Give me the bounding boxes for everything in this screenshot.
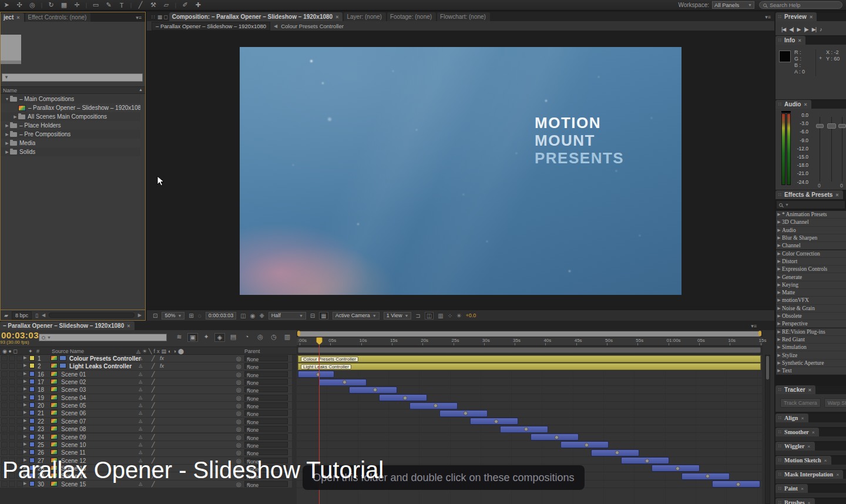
- layer-name[interactable]: Scene 08: [61, 426, 86, 432]
- av-switch[interactable]: [1, 442, 8, 448]
- tab-preview[interactable]: ∷Preview×: [776, 12, 817, 21]
- layer-name[interactable]: Scene 05: [61, 402, 86, 409]
- keyframe-marker[interactable]: [494, 419, 498, 424]
- effects-category[interactable]: ▶Keying: [776, 281, 846, 289]
- project-item[interactable]: ▶– Pre Compositions: [1, 130, 140, 139]
- quality-switch-icon[interactable]: ╱: [152, 387, 155, 392]
- av-switch[interactable]: [9, 402, 15, 408]
- shape-tool-icon[interactable]: ▭: [89, 1, 102, 9]
- tab-timeline-comp[interactable]: – Parallax Opener – Slideshow – 1920x108…: [0, 321, 135, 330]
- breadcrumb-back-icon[interactable]: ◀: [274, 23, 277, 29]
- twirl-icon[interactable]: ▼: [4, 97, 10, 101]
- twirl-icon[interactable]: ▶: [776, 236, 782, 240]
- collapse-switch-icon[interactable]: ◬: [139, 434, 142, 439]
- close-icon[interactable]: ×: [808, 500, 811, 504]
- pixel-aspect-icon[interactable]: ⊐: [415, 313, 420, 319]
- keyframe-marker[interactable]: [645, 459, 649, 463]
- av-switch[interactable]: [1, 426, 8, 432]
- panel-menu-icon[interactable]: ▾≡: [751, 323, 757, 329]
- av-switch[interactable]: [16, 449, 23, 455]
- av-switch[interactable]: [16, 418, 23, 424]
- layer-row[interactable]: ▶19Scene 04◬╱◎None▼: [0, 394, 292, 402]
- last-frame-button[interactable]: ▶|: [812, 26, 816, 32]
- av-switch[interactable]: [1, 355, 8, 361]
- work-area[interactable]: [297, 346, 763, 355]
- effects-category[interactable]: ▶RE:Vision Plug-ins: [776, 328, 846, 336]
- label-color-chip[interactable]: [29, 442, 35, 447]
- layer-name[interactable]: Scene 07: [61, 418, 86, 425]
- parent-wheel-icon[interactable]: ◎: [236, 395, 241, 401]
- av-switch[interactable]: [16, 363, 23, 369]
- warp-stabilizer-button[interactable]: Warp St: [824, 398, 846, 408]
- region-of-interest-icon[interactable]: ⊡: [153, 313, 157, 319]
- av-switch[interactable]: [9, 418, 15, 424]
- shy-layers-icon[interactable]: ◈: [214, 333, 225, 342]
- label-color-chip[interactable]: [29, 379, 35, 384]
- camera-select[interactable]: Active Camera▼: [333, 312, 380, 320]
- av-switch[interactable]: [16, 410, 23, 416]
- fast-preview-icon[interactable]: ◫: [425, 312, 434, 320]
- collapse-switch-icon[interactable]: ◬: [139, 402, 142, 408]
- quality-switch-icon[interactable]: ╱: [152, 426, 155, 432]
- twirl-icon[interactable]: ▶: [24, 395, 26, 399]
- av-switch[interactable]: [1, 418, 8, 424]
- twirl-icon[interactable]: ▶: [24, 363, 26, 368]
- viewer-timecode[interactable]: 0:00:03:03: [206, 312, 237, 320]
- twirl-icon[interactable]: ▶: [776, 228, 782, 233]
- fx-switch-icon[interactable]: fx: [160, 355, 164, 361]
- collapse-switch-icon[interactable]: ◬: [139, 387, 142, 392]
- show-snapshot-icon[interactable]: ◉: [250, 313, 256, 319]
- twirl-icon[interactable]: ▶: [776, 314, 782, 318]
- av-switch[interactable]: [9, 449, 15, 455]
- keyframe-marker[interactable]: [615, 451, 619, 455]
- tab-composition[interactable]: Composition: – Parallax Opener – Slidesh…: [169, 12, 343, 21]
- layer-name[interactable]: Scene 02: [61, 379, 86, 385]
- tab-tracker[interactable]: ∷Tracker×: [776, 385, 815, 394]
- slider-handle[interactable]: [838, 124, 846, 128]
- auto-keyframe-icon[interactable]: ◷: [268, 333, 279, 341]
- tab-effects-presets[interactable]: ∷Effects & Presets×: [776, 190, 843, 199]
- timeline-hscrollbar[interactable]: [297, 331, 763, 337]
- label-color-chip[interactable]: [29, 371, 35, 377]
- collapse-switch-icon[interactable]: ◬: [139, 379, 142, 384]
- parent-wheel-icon[interactable]: ◎: [236, 355, 241, 362]
- twirl-icon[interactable]: ▶: [776, 353, 782, 358]
- parent-select[interactable]: None▼: [244, 410, 288, 416]
- twirl-icon[interactable]: ▶: [776, 337, 782, 342]
- twirl-icon[interactable]: ▶: [24, 426, 26, 431]
- frame-blend-icon[interactable]: ▤: [228, 333, 239, 341]
- timeline-search-input[interactable]: ▼: [39, 334, 167, 341]
- effects-search-input[interactable]: ▼: [776, 200, 845, 209]
- live-update-icon[interactable]: ▣: [187, 333, 198, 342]
- parent-select[interactable]: None▼: [244, 363, 288, 369]
- av-switch[interactable]: [1, 410, 8, 416]
- quality-switch-icon[interactable]: ╱: [152, 442, 155, 448]
- layer-name[interactable]: Scene 06: [61, 410, 86, 416]
- parent-wheel-icon[interactable]: ◎: [236, 442, 241, 448]
- label-color-chip[interactable]: [29, 363, 35, 368]
- keyframe-marker[interactable]: [343, 380, 347, 384]
- av-switch[interactable]: [9, 371, 15, 377]
- play-button[interactable]: ▶: [797, 26, 801, 32]
- layer-row[interactable]: ▶23Scene 08◬╱◎None▼: [0, 425, 292, 433]
- av-switch[interactable]: [16, 379, 23, 385]
- layer-name[interactable]: Scene 09: [61, 434, 86, 441]
- close-icon[interactable]: ×: [16, 15, 19, 21]
- layer-row[interactable]: ▶16Scene 01◬╱◎None▼: [0, 371, 292, 378]
- reset-exposure-icon[interactable]: ✳: [456, 313, 461, 319]
- quality-switch-icon[interactable]: ╱: [152, 434, 155, 440]
- parent-wheel-icon[interactable]: ◎: [236, 410, 241, 416]
- keyframe-marker[interactable]: [676, 466, 680, 471]
- av-switch[interactable]: [9, 442, 15, 448]
- composition-image[interactable]: MOTION MOUNT PRESENTS: [240, 47, 682, 295]
- parent-select[interactable]: None▼: [244, 355, 288, 361]
- lock-icon[interactable]: ◻: [163, 14, 167, 20]
- timeline-vscrollbar[interactable]: [765, 355, 770, 504]
- keyframe-marker[interactable]: [434, 404, 438, 408]
- twirl-icon[interactable]: ▶: [4, 132, 10, 137]
- av-switch[interactable]: [16, 371, 23, 377]
- av-switch[interactable]: [1, 395, 8, 401]
- transparency-grid-icon[interactable]: ▦: [319, 312, 328, 320]
- layer-name[interactable]: Scene 01: [61, 371, 86, 378]
- close-icon[interactable]: ×: [801, 486, 804, 492]
